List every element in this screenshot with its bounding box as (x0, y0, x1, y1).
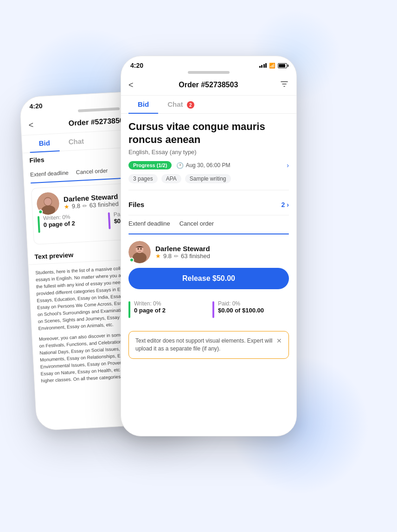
files-number: 2 (282, 201, 285, 208)
order-title: Cursus vitae congue mauris roncus aenean (128, 120, 289, 146)
front-status-bar: 4:20 📶 (121, 56, 296, 71)
scene: 4:20 📶 < Order #52738503 Bid (0, 0, 397, 532)
warning-close-button[interactable]: ✕ (276, 337, 282, 344)
back-written-sub: 0 page of 2 (43, 220, 75, 228)
files-label: Files (128, 201, 144, 208)
front-extend-link[interactable]: Extenf deadline (128, 220, 170, 227)
front-tabs: Bid Chat 2 (121, 96, 296, 114)
tag-sample: Sample writing (185, 174, 231, 183)
back-cancel-link[interactable]: Cancel order (76, 168, 108, 176)
front-filter-icon[interactable] (280, 79, 289, 91)
warning-box: Text editor does not support visual elem… (128, 331, 289, 359)
tag-pages: 3 pages (128, 174, 158, 183)
front-stat-written: Writen: 0% 0 page of 2 (128, 300, 205, 318)
front-written-label: Writen: 0% (134, 300, 166, 307)
front-paid-sub: $0.00 of $100.00 (218, 307, 264, 314)
svg-point-9 (141, 248, 142, 250)
front-nav-bar: < Order #52738503 (121, 77, 296, 96)
front-rating-value: 9.8 (163, 253, 172, 260)
deadline: 🕐 Aug 30, 06:00 PM (176, 162, 282, 169)
deadline-text: Aug 30, 06:00 PM (186, 162, 230, 169)
front-writer-card: Darlene Steward ★ 9.8 ✏ 63 finished Rele… (128, 241, 289, 324)
warning-text: Text editor does not support visual elem… (135, 337, 273, 353)
front-status-icons: 📶 (259, 63, 288, 69)
back-tab-chat[interactable]: Chat (59, 132, 94, 151)
back-back-arrow[interactable]: < (28, 120, 34, 130)
front-stats-row: Writen: 0% 0 page of 2 Paid: 0% $0.00 of… (128, 300, 289, 318)
front-battery-icon (278, 63, 287, 68)
front-writer-details: Darlene Steward ★ 9.8 ✏ 63 finished (155, 245, 210, 260)
front-cancel-link[interactable]: Cancel order (179, 220, 214, 227)
back-paid-bar (108, 213, 111, 229)
front-stat-paid: Paid: 0% $0.00 of $100.00 (212, 300, 289, 318)
front-writer-rating: ★ 9.8 ✏ 63 finished (155, 253, 210, 260)
front-star-icon: ★ (155, 253, 161, 260)
tags-row: 3 pages APA Sample writing (128, 174, 289, 190)
front-written-bar (128, 301, 130, 318)
front-separator (128, 234, 289, 234)
front-finished: 63 finished (181, 253, 210, 260)
files-row: Files 2 › (128, 197, 289, 215)
front-phone-content: Cursus vitae congue mauris roncus aenean… (121, 114, 296, 433)
files-chevron: › (287, 201, 289, 208)
back-stat-written: Writen: 0% 0 page of 2 (38, 212, 102, 233)
back-files-label: Files (29, 156, 45, 164)
svg-point-6 (133, 252, 147, 263)
back-star-icon: ★ (64, 203, 70, 210)
progress-row: Progress (1/2) 🕐 Aug 30, 06:00 PM › (128, 161, 289, 169)
front-tab-bid[interactable]: Bid (128, 96, 158, 113)
front-action-links: Extenf deadline Cancel order (128, 220, 289, 227)
front-writer-info: Darlene Steward ★ 9.8 ✏ 63 finished (128, 241, 289, 263)
back-written-bar (38, 216, 40, 233)
front-back-arrow[interactable]: < (128, 80, 134, 90)
front-time: 4:20 (130, 62, 143, 69)
back-avatar-wrapper (36, 192, 59, 215)
progress-chevron[interactable]: › (287, 162, 289, 169)
files-count[interactable]: 2 › (282, 201, 289, 208)
back-online-dot (38, 209, 43, 214)
front-signal-icon (259, 63, 267, 68)
progress-badge: Progress (1/2) (128, 161, 172, 169)
front-tab-chat[interactable]: Chat 2 (158, 96, 204, 113)
release-button[interactable]: Release $50.00 (128, 268, 289, 289)
chat-badge: 2 (187, 101, 194, 109)
front-avatar-wrapper (128, 241, 151, 263)
front-notch (188, 71, 230, 74)
front-phone: 4:20 📶 < Order #52738503 (121, 56, 297, 436)
back-time: 4:20 (29, 102, 43, 110)
text-preview-title: Text preview (34, 251, 74, 260)
back-extend-link[interactable]: Extenf deadline (30, 169, 69, 178)
front-wifi-icon: 📶 (269, 63, 275, 69)
front-writer-name: Darlene Steward (155, 245, 210, 253)
clock-icon: 🕐 (176, 162, 184, 169)
back-pencil-icon: ✏ (83, 202, 88, 209)
order-subtitle: English, Essay (any type) (128, 149, 289, 156)
back-tab-bid[interactable]: Bid (29, 134, 60, 152)
front-nav-title: Order #52738503 (137, 81, 280, 89)
front-pencil-icon: ✏ (174, 253, 179, 260)
svg-point-8 (138, 248, 139, 250)
front-written-sub: 0 page of 2 (134, 307, 166, 314)
back-writer-details: Darlene Steward ★ 9.8 ✏ 63 finished (64, 193, 119, 210)
tag-apa: APA (161, 174, 181, 183)
front-paid-label: Paid: 0% (218, 300, 264, 307)
front-online-dot (129, 258, 134, 262)
front-paid-bar (212, 301, 214, 318)
